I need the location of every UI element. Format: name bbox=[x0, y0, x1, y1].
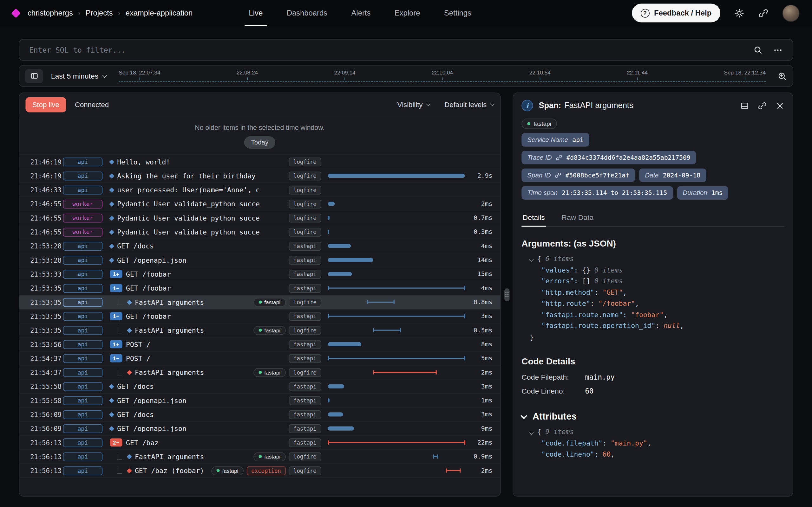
row-message-cell: GET /docs bbox=[106, 383, 289, 390]
table-row[interactable]: 21:53:28apiGET /openapi.jsonfastapi14ms bbox=[19, 253, 500, 267]
today-button[interactable]: Today bbox=[244, 136, 275, 149]
table-row[interactable]: 21:54:37apiFastAPI argumentsfastapilogfi… bbox=[19, 366, 500, 380]
duration-bar bbox=[446, 470, 461, 471]
fastapi-chip-label: fastapi bbox=[534, 121, 551, 127]
span-diamond-icon bbox=[127, 468, 132, 473]
tab-details[interactable]: Details bbox=[521, 209, 546, 226]
table-row[interactable]: 21:46:55workerPydantic User validate_pyt… bbox=[19, 197, 500, 211]
service-tag: api bbox=[63, 354, 103, 363]
tab-raw-data[interactable]: Raw Data bbox=[560, 209, 595, 226]
tab-settings[interactable]: Settings bbox=[444, 0, 471, 26]
service-cell: api bbox=[60, 270, 106, 279]
breadcrumb-item[interactable]: example-application bbox=[125, 9, 193, 17]
row-message: GET /openapi.json bbox=[117, 396, 186, 404]
service-tag: api bbox=[63, 171, 103, 180]
breadcrumb-item[interactable]: christophergs bbox=[28, 9, 73, 17]
row-message-cell: Hello, world! bbox=[106, 158, 289, 166]
children-count-badge[interactable]: 1− bbox=[110, 284, 122, 292]
service-tag: api bbox=[63, 340, 103, 349]
row-message-cell: 1+GET /foobar bbox=[106, 270, 289, 278]
table-row[interactable]: 21:46:55workerPydantic User validate_pyt… bbox=[19, 225, 500, 239]
json-line: "values": {} 0 items bbox=[521, 264, 784, 275]
id-pill[interactable]: Span ID #5008bce5f7fe21af bbox=[521, 169, 635, 182]
tab-dashboards[interactable]: Dashboards bbox=[287, 0, 327, 26]
duration-bar-track bbox=[326, 394, 467, 407]
table-row[interactable]: 21:53:28apiGET /docsfastapi4ms bbox=[19, 239, 500, 253]
span-diamond-icon bbox=[109, 229, 114, 234]
fastapi-chip[interactable]: fastapi bbox=[521, 118, 557, 129]
duration-bar bbox=[328, 412, 343, 416]
more-options-icon[interactable] bbox=[773, 45, 783, 55]
panel-toggle-button[interactable] bbox=[25, 69, 43, 83]
table-row[interactable]: 21:53:56api1+POST /fastapi8ms bbox=[19, 337, 500, 351]
attributes-heading[interactable]: Attributes bbox=[521, 411, 784, 422]
row-message-cell: GET /baz (foobar) bbox=[106, 467, 211, 475]
table-row[interactable]: 21:53:35api1−GET /foobarfastapi4ms bbox=[19, 281, 500, 295]
table-row[interactable]: 21:46:33apiuser processed: User(name='An… bbox=[19, 183, 500, 197]
avatar[interactable] bbox=[782, 4, 799, 21]
table-row[interactable]: 21:53:35apiFastAPI argumentsfastapilogfi… bbox=[19, 295, 500, 309]
search-icon[interactable] bbox=[753, 45, 763, 55]
share-link-icon[interactable] bbox=[758, 8, 768, 18]
children-count-badge[interactable]: 2− bbox=[110, 438, 122, 447]
top-nav: christophergs›Projects›example-applicati… bbox=[0, 0, 812, 26]
time-range-dropdown[interactable]: Last 5 minutes bbox=[51, 72, 106, 80]
table-row[interactable]: 21:53:33api1+GET /foobarfastapi15ms bbox=[19, 267, 500, 281]
splitter-drag-handle[interactable] bbox=[504, 288, 509, 301]
table-row[interactable]: 21:54:37api1−POST /fastapi5ms bbox=[19, 351, 500, 365]
feedback-help-button[interactable]: ? Feedback / Help bbox=[632, 3, 721, 22]
tab-explore[interactable]: Explore bbox=[395, 0, 420, 26]
span-diamond-icon bbox=[109, 173, 114, 178]
children-count-badge[interactable]: 1− bbox=[110, 312, 122, 320]
timeline-tick: 22:08:24 bbox=[237, 69, 258, 75]
service-tag: api bbox=[63, 410, 103, 419]
row-message-cell: Pydantic User validate_python succe bbox=[106, 214, 289, 222]
table-row[interactable]: 21:56:09apiGET /docsfastapi3ms bbox=[19, 408, 500, 422]
table-row[interactable]: 21:55:58apiGET /docsfastapi3ms bbox=[19, 380, 500, 394]
theme-toggle-icon[interactable] bbox=[734, 8, 744, 18]
duration-bar bbox=[328, 342, 361, 346]
table-row[interactable]: 21:56:13api2−GET /bazfastapi22ms bbox=[19, 436, 500, 450]
row-duration: 2ms bbox=[467, 467, 500, 474]
table-row[interactable]: 21:55:58apiGET /openapi.jsonfastapi1ms bbox=[19, 394, 500, 407]
row-duration: 0.3ms bbox=[467, 228, 500, 235]
pill-label: Duration bbox=[682, 189, 707, 196]
default-levels-dropdown[interactable]: Default levels bbox=[444, 101, 494, 109]
breadcrumb: christophergs›Projects›example-applicati… bbox=[28, 9, 193, 17]
tab-live[interactable]: Live bbox=[249, 0, 263, 26]
table-row[interactable]: 21:53:35apiFastAPI argumentsfastapilogfi… bbox=[19, 324, 500, 337]
children-count-badge[interactable]: 1+ bbox=[110, 270, 122, 278]
table-row[interactable]: 21:46:55workerPydantic User validate_pyt… bbox=[19, 211, 500, 225]
stop-live-button[interactable]: Stop live bbox=[26, 97, 66, 112]
open-in-drawer-icon[interactable] bbox=[740, 101, 749, 110]
row-duration: 1ms bbox=[467, 397, 500, 404]
table-row[interactable]: 21:56:13apiGET /baz (foobar)fastapiexcep… bbox=[19, 464, 500, 478]
table-row[interactable]: 21:46:19apiAsking the user for their bir… bbox=[19, 169, 500, 183]
sql-filter-input[interactable] bbox=[29, 46, 753, 54]
breadcrumb-item[interactable]: Projects bbox=[86, 9, 113, 17]
children-count-badge[interactable]: 1− bbox=[110, 354, 122, 362]
table-row[interactable]: 21:53:35api1−GET /foobarfastapi3ms bbox=[19, 309, 500, 323]
code-details-rows: Code Filepath:main.pyCode Lineno:60 bbox=[521, 373, 784, 395]
chevron-down-icon[interactable] bbox=[529, 430, 534, 435]
close-icon[interactable] bbox=[775, 101, 784, 110]
chevron-down-icon[interactable] bbox=[529, 257, 534, 262]
service-tag: api bbox=[63, 256, 103, 265]
row-message: Pydantic User validate_python succe bbox=[117, 200, 260, 208]
row-tags: fastapilogfire bbox=[253, 452, 326, 461]
id-pill[interactable]: Trace ID #d834c3374dd6fa2e4aa82a55ab2175… bbox=[521, 151, 696, 164]
copy-link-icon[interactable] bbox=[758, 101, 767, 110]
table-row[interactable]: 21:46:19apiHello, world!logfire bbox=[19, 155, 500, 169]
row-message: POST / bbox=[126, 354, 150, 362]
children-count-badge[interactable]: 1+ bbox=[110, 340, 122, 348]
table-row[interactable]: 21:56:13apiFastAPI argumentsfastapilogfi… bbox=[19, 450, 500, 464]
table-row[interactable]: 21:56:09apiGET /openapi.jsonfastapi9ms bbox=[19, 422, 500, 436]
visibility-dropdown[interactable]: Visibility bbox=[397, 101, 430, 109]
tab-alerts[interactable]: Alerts bbox=[351, 0, 370, 26]
duration-bar-track bbox=[326, 155, 467, 169]
timeline[interactable]: Sep 18, 22:07:3422:08:2422:09:1422:10:04… bbox=[119, 66, 766, 87]
zoom-in-icon[interactable] bbox=[777, 71, 787, 81]
logfire-logo-icon[interactable] bbox=[11, 8, 20, 18]
service-cell: api bbox=[60, 171, 106, 180]
default-levels-label: Default levels bbox=[444, 101, 487, 109]
